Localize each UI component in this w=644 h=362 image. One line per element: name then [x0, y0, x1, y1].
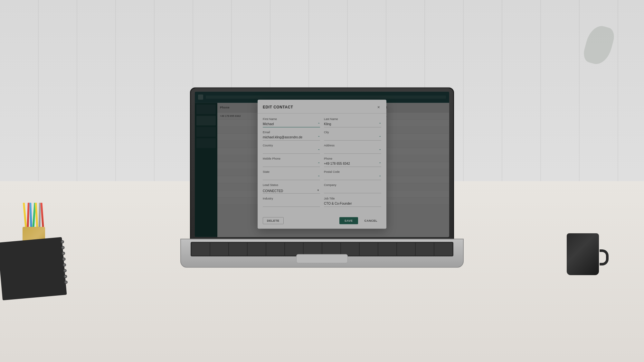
phone-input-wrapper: ⌃: [324, 161, 381, 167]
plant-shadow: [582, 23, 616, 67]
first-name-input-wrapper: ⌃: [263, 122, 320, 127]
state-postal-row: State ⌃ Postal Code: [263, 170, 381, 180]
email-icon: ⌃: [317, 135, 320, 139]
state-group: State ⌃: [263, 170, 320, 180]
mobile-phone-input-wrapper: ⌃: [263, 161, 320, 167]
address-group: Address ⌃: [324, 144, 381, 154]
dialog-title: EDIT CONTACT: [263, 105, 293, 109]
touchpad: [296, 254, 348, 263]
last-name-input[interactable]: [324, 122, 377, 126]
job-title-input[interactable]: [324, 201, 381, 206]
industry-input-wrapper: [263, 201, 320, 207]
country-label: Country: [263, 144, 320, 147]
company-input-wrapper: [324, 188, 381, 193]
address-icon: ⌃: [379, 149, 381, 152]
job-title-label: Job Title: [324, 197, 381, 200]
city-icon: ⌃: [379, 135, 381, 139]
city-input[interactable]: [324, 135, 377, 140]
mobile-phone-label: Mobile Phone: [263, 157, 320, 160]
company-group: Company: [324, 183, 381, 194]
app-background: Phone Created Updated +49 178 655 8342 2…: [195, 91, 449, 237]
delete-button[interactable]: DELETE: [263, 217, 284, 224]
state-label: State: [263, 170, 320, 173]
country-input-wrapper: ⌃: [263, 148, 320, 154]
country-group: Country ⌃: [263, 144, 320, 154]
laptop: Phone Created Updated +49 178 655 8342 2…: [190, 87, 454, 267]
last-name-icon: ⌃: [379, 122, 381, 126]
lead-company-row: Lead Status CONNECTED PROSPECT CUSTOMER …: [263, 183, 381, 194]
laptop-bezel: Phone Created Updated +49 178 655 8342 2…: [190, 87, 454, 242]
industry-label: Industry: [263, 197, 320, 200]
dialog-body: First Name ⌃ Last Name: [258, 114, 386, 214]
email-input[interactable]: [263, 135, 316, 140]
last-name-label: Last Name: [324, 117, 381, 121]
industry-group: Industry: [263, 197, 320, 207]
address-label: Address: [324, 144, 381, 147]
mobile-phone-row: Mobile Phone ⌃ Phone: [263, 157, 381, 167]
lead-status-label: Lead Status: [263, 183, 320, 187]
mobile-phone-icon: ⌃: [317, 162, 320, 165]
city-group: City ⌃: [324, 131, 381, 141]
name-row: First Name ⌃ Last Name: [263, 117, 381, 127]
close-button[interactable]: ×: [376, 104, 381, 110]
state-icon: ⌃: [317, 175, 320, 179]
dialog-overlay: EDIT CONTACT × First Name: [195, 91, 449, 237]
save-button[interactable]: SAVE: [339, 217, 358, 224]
email-city-row: Email ⌃ City: [263, 131, 381, 141]
company-input[interactable]: [324, 188, 381, 192]
lead-status-select-wrapper: CONNECTED PROSPECT CUSTOMER INACTIVE ▼: [263, 188, 320, 194]
cancel-button[interactable]: CANCEL: [361, 217, 382, 224]
lead-status-select[interactable]: CONNECTED PROSPECT CUSTOMER INACTIVE: [263, 189, 320, 193]
first-name-input[interactable]: [263, 122, 316, 126]
phone-group: Phone ⌃: [324, 157, 381, 167]
laptop-keyboard: [180, 238, 464, 267]
phone-label: Phone: [324, 157, 381, 160]
city-label: City: [324, 131, 381, 134]
postal-code-input[interactable]: [324, 174, 377, 179]
edit-contact-dialog: EDIT CONTACT × First Name: [258, 100, 386, 229]
state-input-wrapper: ⌃: [263, 174, 320, 180]
first-name-group: First Name ⌃: [263, 117, 320, 127]
postal-code-icon: ⌃: [379, 175, 381, 179]
email-label: Email: [263, 131, 320, 134]
country-input[interactable]: [263, 148, 316, 153]
state-input[interactable]: [263, 174, 316, 179]
industry-jobtitle-row: Industry Job Title: [263, 197, 381, 207]
email-group: Email ⌃: [263, 131, 320, 141]
company-label: Company: [324, 183, 381, 187]
email-input-wrapper: ⌃: [263, 135, 320, 141]
last-name-input-wrapper: ⌃: [324, 122, 381, 127]
dialog-footer: DELETE SAVE CANCEL: [258, 214, 386, 229]
postal-code-input-wrapper: ⌃: [324, 174, 381, 180]
mobile-phone-group: Mobile Phone ⌃: [263, 157, 320, 167]
country-icon: ⌃: [317, 149, 320, 152]
phone-icon: ⌃: [379, 162, 381, 165]
first-name-label: First Name: [263, 117, 320, 121]
job-title-group: Job Title: [324, 197, 381, 207]
postal-code-label: Postal Code: [324, 170, 381, 173]
country-address-row: Country ⌃ Address: [263, 144, 381, 154]
industry-input[interactable]: [263, 201, 320, 206]
coffee-mug: [564, 227, 602, 275]
job-title-input-wrapper: [324, 201, 381, 207]
dialog-header: EDIT CONTACT ×: [258, 100, 386, 114]
first-name-icon: ⌃: [317, 122, 320, 126]
city-input-wrapper: ⌃: [324, 135, 381, 141]
address-input-wrapper: ⌃: [324, 148, 381, 154]
address-input[interactable]: [324, 148, 377, 153]
mobile-phone-input[interactable]: [263, 161, 316, 166]
notebook: [0, 237, 67, 301]
laptop-screen: Phone Created Updated +49 178 655 8342 2…: [195, 91, 449, 237]
last-name-group: Last Name ⌃: [324, 117, 381, 127]
action-buttons: SAVE CANCEL: [339, 217, 381, 224]
phone-input[interactable]: [324, 161, 377, 166]
lead-status-group: Lead Status CONNECTED PROSPECT CUSTOMER …: [263, 183, 320, 194]
postal-code-group: Postal Code ⌃: [324, 170, 381, 180]
